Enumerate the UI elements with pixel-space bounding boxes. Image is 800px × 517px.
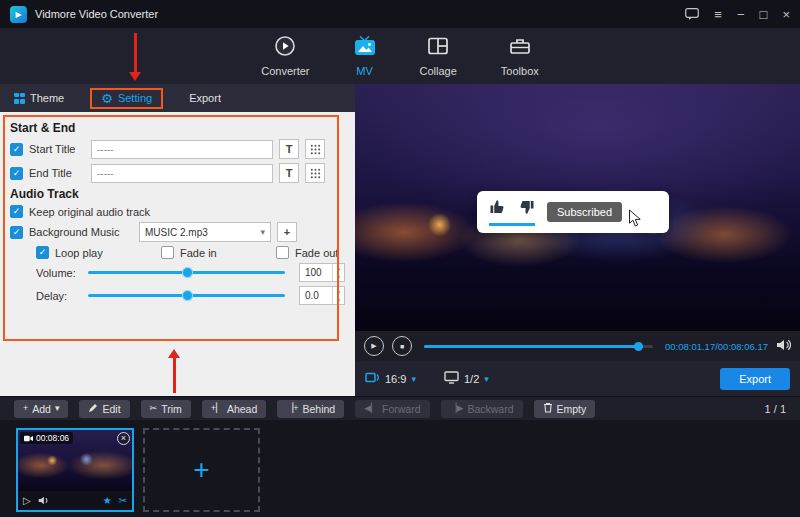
add-clip-slot[interactable]: + xyxy=(143,428,260,512)
minimize-button[interactable]: − xyxy=(737,8,745,21)
spin-down-icon[interactable]: ▼ xyxy=(333,273,344,282)
nav-label-converter: Converter xyxy=(261,65,309,77)
move-backward-icon: ▕▶ xyxy=(450,404,464,413)
tab-theme[interactable]: Theme xyxy=(14,92,64,104)
delay-input[interactable]: 0.0 ▲ ▼ xyxy=(299,286,345,305)
check-icon: ✓ xyxy=(13,207,21,216)
add-clip-plus-icon: + xyxy=(193,454,209,486)
delay-label: Delay: xyxy=(36,290,82,302)
music-selected-value: MUSIC 2.mp3 xyxy=(145,227,208,238)
screen-chevron-down-icon[interactable]: ▾ xyxy=(484,374,489,384)
volume-input[interactable]: 100 ▲ ▼ xyxy=(299,263,345,282)
mouse-cursor-icon xyxy=(628,209,642,231)
export-button[interactable]: Export xyxy=(720,368,790,390)
delay-row: Delay: 0.0 ▲ ▼ xyxy=(36,286,345,305)
loop-play-checkbox[interactable]: ✓ xyxy=(36,246,49,259)
start-title-font-button[interactable]: T xyxy=(279,139,299,159)
seek-thumb[interactable] xyxy=(634,342,643,351)
feedback-icon[interactable] xyxy=(685,8,699,20)
end-title-position-button[interactable] xyxy=(305,163,325,183)
end-title-checkbox[interactable]: ✓ xyxy=(10,167,23,180)
delay-slider[interactable] xyxy=(88,289,285,302)
settings-panel: Start & End ✓ Start Title T ✓ End Title … xyxy=(0,112,355,396)
clip-effect-icon[interactable]: ★ xyxy=(103,496,112,506)
clip-remove-button[interactable]: × xyxy=(117,432,130,445)
volume-slider-thumb[interactable] xyxy=(182,267,193,278)
trash-icon xyxy=(543,402,553,415)
clip-trim-icon[interactable]: ✂ xyxy=(119,496,127,506)
volume-icon[interactable] xyxy=(776,337,791,355)
thumbs-up-icon[interactable] xyxy=(489,198,507,220)
empty-button[interactable]: Empty xyxy=(534,400,596,418)
aspect-chevron-down-icon[interactable]: ▾ xyxy=(411,374,416,384)
start-title-input[interactable] xyxy=(91,140,273,159)
start-title-checkbox[interactable]: ✓ xyxy=(10,143,23,156)
end-title-input[interactable] xyxy=(91,164,273,183)
add-label: Add xyxy=(32,403,51,415)
play-button[interactable]: ▶ xyxy=(364,336,384,356)
keep-original-checkbox[interactable]: ✓ xyxy=(10,205,23,218)
tab-export[interactable]: Export xyxy=(189,92,221,104)
delay-value: 0.0 xyxy=(300,287,332,304)
fade-out-checkbox[interactable]: ✓ xyxy=(276,246,289,259)
spin-up-icon[interactable]: ▲ xyxy=(333,287,344,296)
backward-button[interactable]: ▕▶ Backward xyxy=(441,400,523,418)
clip-duration-text: 00:08:06 xyxy=(36,433,69,443)
mv-icon xyxy=(354,35,376,61)
start-title-row: ✓ Start Title T xyxy=(10,139,345,159)
check-icon: ✓ xyxy=(39,248,47,257)
app-window: ▶ Vidmore Video Converter ≡ − □ × Conver… xyxy=(0,0,800,517)
aspect-ratio-icon[interactable] xyxy=(365,370,380,388)
end-title-font-button[interactable]: T xyxy=(279,163,299,183)
nav-tab-mv[interactable]: MV xyxy=(354,35,376,77)
stop-button[interactable]: ■ xyxy=(392,336,412,356)
spin-up-icon[interactable]: ▲ xyxy=(333,264,344,273)
screen-split-icon[interactable] xyxy=(444,370,459,388)
theme-grid-icon xyxy=(14,93,25,104)
add-music-button[interactable]: + xyxy=(277,222,297,242)
trim-button[interactable]: ✂ Trim xyxy=(141,400,191,418)
clip-play-icon[interactable]: ▷ xyxy=(23,496,31,506)
thumbs-down-icon[interactable] xyxy=(517,198,535,220)
ahead-button[interactable]: +▏ Ahead xyxy=(202,400,267,418)
clip-toolbar: + Add ▾ Edit ✂ Trim +▏ Ahead ▕+ Behind ◀… xyxy=(0,396,800,420)
background-music-checkbox[interactable]: ✓ xyxy=(10,226,23,239)
forward-button[interactable]: ◀▏ Forward xyxy=(355,400,429,418)
check-icon: ✓ xyxy=(13,228,21,237)
behind-label: Behind xyxy=(302,403,335,415)
nav-tab-collage[interactable]: Collage xyxy=(420,35,457,77)
subscribe-overlay: Subscribed xyxy=(477,191,669,233)
add-button[interactable]: + Add ▾ xyxy=(14,400,68,418)
seek-bar[interactable] xyxy=(424,341,653,351)
tab-setting-label: Setting xyxy=(118,92,152,104)
fade-in-checkbox[interactable]: ✓ xyxy=(161,246,174,259)
subscribed-button[interactable]: Subscribed xyxy=(547,202,622,222)
window-title: Vidmore Video Converter xyxy=(35,8,158,20)
start-title-position-button[interactable] xyxy=(305,139,325,159)
position-grid-icon xyxy=(310,168,321,179)
page-indicator: 1 / 1 xyxy=(765,403,786,415)
preview-panel: Subscribed ▶ ■ 00:08:01.17/00:08:06.17 xyxy=(355,84,800,396)
timeline-clip[interactable]: 00:08:06 × ▷ ★ ✂ xyxy=(16,428,134,512)
trim-label: Trim xyxy=(161,403,182,415)
position-grid-icon xyxy=(310,144,321,155)
tab-setting[interactable]: ⚙ Setting xyxy=(90,88,163,109)
maximize-button[interactable]: □ xyxy=(760,8,768,21)
music-select[interactable]: MUSIC 2.mp3 ▾ xyxy=(139,222,271,242)
aspect-ratio-value[interactable]: 16:9 xyxy=(385,373,406,385)
volume-slider[interactable] xyxy=(88,266,285,279)
close-button[interactable]: × xyxy=(782,8,790,21)
clip-thumbnail[interactable]: 00:08:06 × xyxy=(18,430,132,491)
behind-button[interactable]: ▕+ Behind xyxy=(277,400,344,418)
nav-tab-toolbox[interactable]: Toolbox xyxy=(501,35,539,77)
video-preview[interactable]: Subscribed xyxy=(355,84,800,331)
clip-volume-icon[interactable] xyxy=(38,496,49,505)
section-header-start-end: Start & End xyxy=(10,121,345,135)
menu-icon[interactable]: ≡ xyxy=(714,8,722,21)
delay-slider-thumb[interactable] xyxy=(182,290,193,301)
video-camera-icon xyxy=(24,435,33,442)
chevron-down-icon: ▾ xyxy=(260,227,265,237)
edit-button[interactable]: Edit xyxy=(79,400,129,418)
spin-down-icon[interactable]: ▼ xyxy=(333,296,344,305)
nav-tab-converter[interactable]: Converter xyxy=(261,35,309,77)
